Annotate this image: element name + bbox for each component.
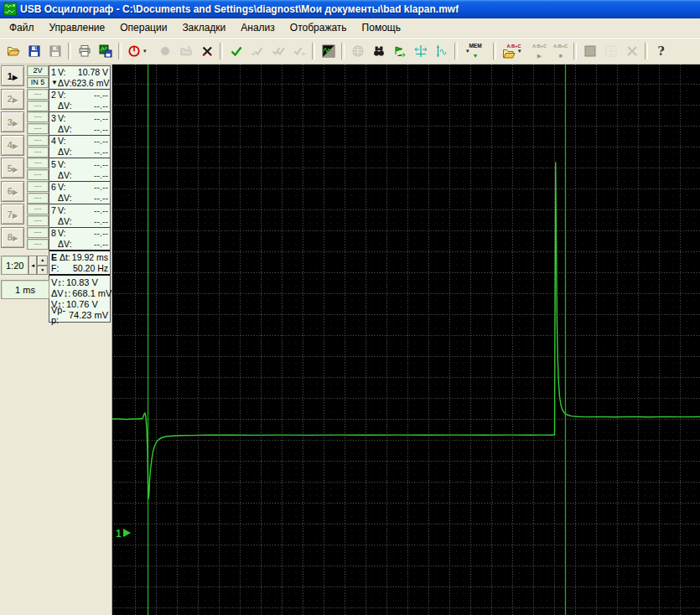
menu-item-file[interactable]: Файл <box>2 19 42 36</box>
channel-7-range[interactable]: --- <box>27 204 49 214</box>
channel-2-button[interactable]: 2▶ <box>1 89 24 110</box>
channel-4-button[interactable]: 4▶ <box>1 135 24 156</box>
channel-7-button[interactable]: 7▶ <box>1 204 24 225</box>
channel-3-button[interactable]: 3▶ <box>1 111 24 132</box>
probe-scale-value[interactable]: 1:20 <box>1 256 29 275</box>
stat-label: Vp-p: <box>51 305 67 325</box>
printer-icon <box>78 44 91 58</box>
power-icon <box>127 44 141 58</box>
channel-1-ground-marker-icon[interactable] <box>123 529 131 537</box>
channel-8-readout: 8V:--.--ΔV:--.-- <box>49 228 110 252</box>
marker-label: E <box>51 252 57 262</box>
grid-major-horizontal <box>112 85 700 608</box>
channel-arrow-icon: ▶ <box>13 212 18 220</box>
dv-label: ΔV: <box>58 193 72 203</box>
abc-load-button[interactable]: A:B+C▾ <box>499 42 529 61</box>
grid-icon <box>604 44 618 58</box>
v-value: --.-- <box>94 182 108 192</box>
snapshot-button <box>175 42 196 61</box>
delete-marked-button[interactable] <box>196 42 217 61</box>
channel-1-ground-marker-label[interactable]: 1 <box>116 528 122 540</box>
channel-5-input[interactable]: --- <box>27 169 49 180</box>
memory-button[interactable]: MEM▼▾ <box>460 42 490 61</box>
open-file-button[interactable] <box>3 42 23 61</box>
v-label: V: <box>58 90 66 100</box>
v-label: V: <box>58 182 66 192</box>
check-prev-icon <box>251 44 264 58</box>
stat-value: 10.76 V <box>66 299 98 309</box>
horizontal-cursors-button[interactable] <box>410 42 431 61</box>
channel-number: 3 <box>51 113 58 123</box>
dv-label: ΔV: <box>58 147 72 157</box>
channel-6-button[interactable]: 6▶ <box>1 181 24 202</box>
channel-6-range[interactable]: --- <box>27 181 49 192</box>
dropdown-arrow-icon[interactable]: ▾ <box>143 48 147 54</box>
check-next-button <box>288 42 309 61</box>
select-region-button[interactable] <box>579 42 600 61</box>
v-value: --.-- <box>94 228 108 238</box>
channel-1-input[interactable]: IN 5 <box>27 77 49 88</box>
menu-item-operations[interactable]: Операции <box>112 19 174 36</box>
channel-5-button[interactable]: 5▶ <box>1 158 24 178</box>
menubar: ФайлУправлениеОперацииЗакладкиАнализОтоб… <box>0 18 700 38</box>
grid-minor-dots <box>112 70 700 614</box>
floppy-icon <box>49 44 62 58</box>
titlebar: USB Осциллограф - C:\Documents and Setti… <box>0 0 700 18</box>
channel-2-input[interactable]: --- <box>27 101 49 111</box>
check-prev-button <box>246 42 267 61</box>
channel-8-button[interactable]: 8▶ <box>1 227 24 248</box>
vertical-cursors-button[interactable] <box>431 42 452 61</box>
timebase-display[interactable]: 1 ms <box>1 280 49 299</box>
dv-value: --.-- <box>94 170 108 180</box>
set-marker-button[interactable] <box>389 42 410 61</box>
cursor-marker-block: E Δt: 19.92 ms F: 50.20 Hz <box>49 251 110 276</box>
clear-x-icon <box>625 44 639 58</box>
abc-play-label: A:B+C <box>530 44 549 49</box>
channel-8-range[interactable]: --- <box>27 227 49 238</box>
start-stop-button[interactable]: ▾ <box>124 42 154 61</box>
menu-item-view[interactable]: Отображать <box>283 19 355 36</box>
channel-2-range[interactable]: --- <box>27 89 49 100</box>
v-label: V: <box>58 159 66 169</box>
channel-number: 1 <box>51 67 58 77</box>
export-image-button[interactable] <box>95 42 116 61</box>
channel-8-input[interactable]: --- <box>27 239 49 250</box>
toolbar-separator <box>493 43 496 59</box>
plot-area[interactable]: 1 <box>112 65 700 615</box>
menu-item-control[interactable]: Управление <box>42 19 113 36</box>
dropdown-arrow-icon[interactable]: ▾ <box>518 48 521 54</box>
scale-up-button[interactable]: ▲ <box>37 256 48 266</box>
channel-arrow-icon: ▶ <box>13 166 18 173</box>
confirm-check-button[interactable] <box>226 42 246 61</box>
channel-4-input[interactable]: --- <box>27 147 49 158</box>
channel-4-range[interactable]: --- <box>27 135 49 146</box>
channel-3-range[interactable]: --- <box>27 111 49 122</box>
print-button[interactable] <box>74 42 95 61</box>
menu-item-help[interactable]: Помощь <box>355 19 408 36</box>
memory-label: MEM <box>461 44 490 49</box>
channel-6-input[interactable]: --- <box>27 193 49 204</box>
channel-arrow-icon: ▶ <box>13 142 18 150</box>
channel-5-range[interactable]: --- <box>27 158 49 168</box>
save-file-button[interactable] <box>23 42 44 61</box>
dv-label: ΔV: <box>58 216 72 226</box>
scale-down-button[interactable]: ▼ <box>37 266 48 276</box>
help-button[interactable]: ? <box>651 42 671 61</box>
check-all-button <box>267 42 288 61</box>
freq-value: 50.20 Hz <box>73 263 108 273</box>
display-mode-button[interactable] <box>318 42 339 61</box>
menu-item-bookmarks[interactable]: Закладки <box>174 19 233 36</box>
channel-number: 6 <box>51 182 58 192</box>
toolbar-separator <box>454 43 458 59</box>
channel-3-input[interactable]: --- <box>27 123 49 134</box>
channel-readouts: 1V:10.78 V▼ΔV:623.6 mV2V:--.--ΔV:--.--3V… <box>49 66 110 251</box>
toolbar-separator <box>573 43 577 59</box>
search-button[interactable] <box>368 42 389 61</box>
scale-left-button[interactable]: ◄ <box>29 256 37 275</box>
channel-1-button[interactable]: 1▶ <box>1 65 24 86</box>
menu-item-analysis[interactable]: Анализ <box>233 19 283 36</box>
channel-7-input[interactable]: --- <box>27 215 49 226</box>
channel-1-range[interactable]: 2V <box>27 65 49 76</box>
stats-block: V↕:10.83 V ΔV↕:668.1 mV V↕:10.76 V Vp-p:… <box>49 276 110 322</box>
channel-4-settings: ------ <box>27 135 49 158</box>
